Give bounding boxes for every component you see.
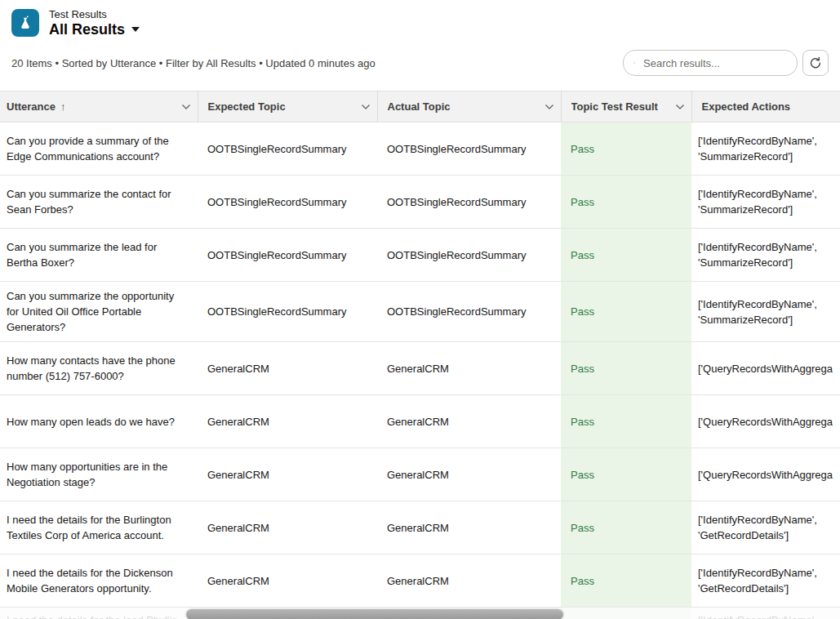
table-row: Can you summarize the opportunity for Un… [0, 282, 840, 342]
refresh-icon [809, 56, 822, 69]
actual-topic-cell: GeneralCRM [377, 448, 561, 501]
search-input[interactable] [642, 56, 789, 70]
expected-topic-cell: OOTBSingleRecordSummary [198, 282, 377, 342]
expected-actions-cell: ['IdentifyRecordByName', 'SummarizeRecor… [691, 122, 840, 176]
expected-actions-cell: ['IdentifyRecordByName', 'GetRecordDetai… [691, 501, 840, 554]
table-row: How many opportunities are in the Negoti… [0, 448, 840, 501]
actual-topic-cell: GeneralCRM [377, 395, 561, 448]
expected-actions-cell: ['IdentifyRecordByName', 'GetRecordDetai… [691, 554, 840, 608]
utterance-cell: I need the details for the Burlington Te… [0, 501, 198, 554]
topic-test-result-cell: Pass [561, 282, 691, 342]
column-menu-chevron-icon[interactable] [361, 104, 371, 110]
utterance-cell: Can you provide a summary of the Edge Co… [0, 122, 198, 176]
results-table-body: Can you provide a summary of the Edge Co… [0, 122, 840, 619]
expected-topic-cell: OOTBSingleRecordSummary [198, 176, 377, 229]
results-table: Utterance ↑ Expected Topic [0, 91, 840, 619]
expected-topic-cell: GeneralCRM [198, 554, 377, 608]
list-view-selector[interactable]: All Results [49, 21, 140, 38]
utterance-cell: How many open leads do we have? [0, 395, 198, 448]
table-row: How many contacts have the phone number … [0, 342, 840, 395]
horizontal-scrollbar-track [0, 607, 840, 619]
sort-ascending-icon: ↑ [60, 100, 66, 113]
list-view-label: All Results [49, 21, 125, 38]
expected-actions-cell: ['QueryRecordsWithAggrega [691, 342, 840, 395]
topic-test-result-cell: Pass [561, 554, 691, 608]
table-row: How many open leads do we have? GeneralC… [0, 395, 840, 448]
expected-topic-cell: OOTBSingleRecordSummary [198, 229, 377, 282]
table-row: Can you summarize the lead for Bertha Bo… [0, 229, 840, 282]
column-header-expected-topic[interactable]: Expected Topic [198, 91, 377, 122]
expected-topic-cell: GeneralCRM [198, 501, 377, 554]
column-header-expected-actions[interactable]: Expected Actions [691, 91, 840, 122]
expected-actions-cell: ['QueryRecordsWithAggrega [691, 395, 840, 448]
topic-test-result-cell: Pass [561, 501, 691, 554]
topic-test-result-cell: Pass [561, 448, 691, 501]
expected-topic-cell: GeneralCRM [198, 448, 377, 501]
topic-test-result-cell: Pass [561, 229, 691, 282]
table-header-row: Utterance ↑ Expected Topic [0, 91, 840, 122]
utterance-cell: Can you summarize the contact for Sean F… [0, 176, 198, 229]
table-row: Can you summarize the contact for Sean F… [0, 176, 840, 229]
expected-actions-cell: ['IdentifyRecordByName', 'SummarizeRecor… [691, 229, 840, 282]
expected-actions-cell: ['IdentifyRecordByName', 'SummarizeRecor… [691, 282, 840, 342]
column-menu-chevron-icon[interactable] [544, 104, 554, 110]
topic-test-result-cell: Pass [561, 395, 691, 448]
utterance-cell: I need the details for the Dickenson Mob… [0, 554, 198, 608]
page-header: Test Results All Results 20 Items • Sort… [0, 0, 840, 77]
expected-topic-cell: GeneralCRM [198, 395, 377, 448]
actual-topic-cell: OOTBSingleRecordSummary [377, 176, 561, 229]
table-row: I need the details for the Dickenson Mob… [0, 554, 840, 608]
actual-topic-cell: GeneralCRM [377, 342, 561, 395]
test-results-flask-icon [11, 9, 39, 37]
expected-actions-cell: ['QueryRecordsWithAggrega [691, 448, 840, 501]
utterance-cell: How many opportunities are in the Negoti… [0, 448, 198, 501]
expected-topic-cell: OOTBSingleRecordSummary [198, 122, 377, 176]
utterance-cell: Can you summarize the lead for Bertha Bo… [0, 229, 198, 282]
actual-topic-cell: OOTBSingleRecordSummary [377, 229, 561, 282]
expected-topic-cell: GeneralCRM [198, 342, 377, 395]
list-summary-text: 20 Items • Sorted by Utterance • Filter … [11, 57, 376, 69]
refresh-button[interactable] [802, 50, 829, 76]
topic-test-result-cell: Pass [561, 122, 691, 176]
utterance-cell: Can you summarize the opportunity for Un… [0, 282, 198, 342]
column-header-utterance[interactable]: Utterance ↑ [0, 91, 198, 122]
page-title: Test Results [49, 8, 140, 20]
search-box [623, 50, 798, 76]
column-header-topic-test-result[interactable]: Topic Test Result [561, 91, 691, 122]
actual-topic-cell: GeneralCRM [377, 554, 561, 608]
table-row: I need the details for the Burlington Te… [0, 501, 840, 554]
column-menu-chevron-icon[interactable] [675, 104, 685, 110]
topic-test-result-cell: Pass [561, 176, 691, 229]
column-header-actual-topic[interactable]: Actual Topic [377, 91, 561, 122]
horizontal-scrollbar-thumb[interactable] [186, 609, 563, 619]
topic-test-result-cell: Pass [561, 342, 691, 395]
search-icon [633, 57, 635, 69]
dropdown-triangle-icon [131, 27, 140, 32]
actual-topic-cell: OOTBSingleRecordSummary [377, 282, 561, 342]
actual-topic-cell: GeneralCRM [377, 501, 561, 554]
expected-actions-cell: ['IdentifyRecordByName', 'SummarizeRecor… [691, 176, 840, 229]
table-row: Can you provide a summary of the Edge Co… [0, 122, 840, 176]
column-menu-chevron-icon[interactable] [181, 104, 191, 110]
actual-topic-cell: OOTBSingleRecordSummary [377, 122, 561, 176]
utterance-cell: How many contacts have the phone number … [0, 342, 198, 395]
